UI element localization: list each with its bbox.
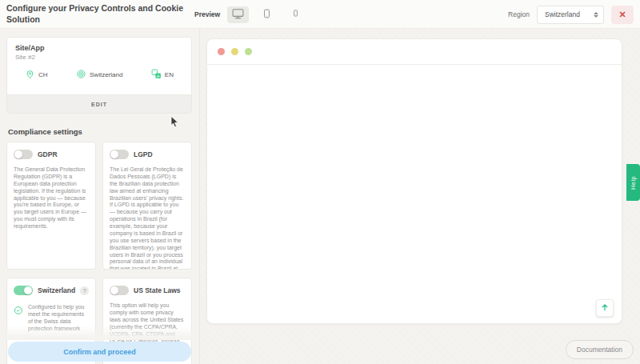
gdpr-card: GDPR The General Data Protection Regulat… <box>6 142 96 270</box>
close-button[interactable]: ✕ <box>611 6 634 24</box>
select-arrows-icon <box>594 12 598 18</box>
lgpd-description: The Lei Geral de Proteção de Dados Pesso… <box>110 166 185 270</box>
lgpd-label: LGPD <box>134 150 153 158</box>
preview-browser-window <box>206 38 622 324</box>
traffic-light-green-icon <box>245 48 252 55</box>
sidebar: Site/App Site #2 CH <box>0 29 200 364</box>
site-language: EN <box>151 69 174 81</box>
edit-button[interactable]: EDIT <box>7 94 191 113</box>
arrow-up-icon <box>600 302 610 314</box>
tablet-icon <box>262 8 272 22</box>
phone-icon <box>291 8 300 21</box>
shield-check-icon <box>14 304 23 318</box>
compliance-cards: GDPR The General Data Protection Regulat… <box>6 142 191 364</box>
switzerland-toggle[interactable] <box>14 286 33 295</box>
translate-icon <box>151 69 162 81</box>
app-window: Configure your Privacy Controls and Cook… <box>0 0 640 364</box>
switzerland-label: Switzerland <box>38 286 75 294</box>
header: Configure your Privacy Controls and Cook… <box>0 0 640 29</box>
location-pin-icon <box>25 69 35 81</box>
preview-label: Preview <box>194 10 220 18</box>
switzerland-feature-configured: Configured to help you meet the requirem… <box>14 303 89 332</box>
region-controls: Region Switzerland ✕ <box>508 0 634 29</box>
gdpr-label: GDPR <box>38 150 58 158</box>
preview-device-switcher: Preview <box>194 0 306 29</box>
us-state-laws-toggle[interactable] <box>110 286 129 295</box>
site-region: Switzerland <box>76 69 122 81</box>
documentation-button[interactable]: Documentation <box>566 340 634 359</box>
scroll-top-button[interactable] <box>596 299 614 317</box>
confirm-button[interactable]: Confirm and proceed <box>8 342 191 362</box>
preview-area: Documentation <box>200 29 640 364</box>
region-select-value: Switzerland <box>545 10 594 18</box>
lgpd-toggle[interactable] <box>110 150 129 159</box>
site-country: CH <box>25 69 48 81</box>
desktop-monitor-icon <box>232 8 244 22</box>
traffic-light-yellow-icon <box>231 48 238 55</box>
traffic-light-red-icon <box>218 48 225 55</box>
region-select[interactable]: Switzerland <box>537 6 604 24</box>
gdpr-description: The General Data Protection Regulation (… <box>14 166 89 230</box>
lgpd-card: LGPD The Lei Geral de Proteção de Dados … <box>102 142 192 270</box>
help-tab[interactable]: Help <box>626 164 640 201</box>
help-question-badge[interactable]: ? <box>80 286 89 295</box>
device-tablet-button[interactable] <box>256 6 278 23</box>
us-state-laws-label: US State Laws <box>134 286 181 294</box>
device-mobile-button[interactable] <box>285 6 306 23</box>
target-icon <box>76 69 86 81</box>
gdpr-toggle[interactable] <box>14 150 33 159</box>
close-icon: ✕ <box>618 10 626 19</box>
region-label: Region <box>508 10 530 18</box>
site-app-card: Site/App Site #2 CH <box>6 37 192 114</box>
sidebar-scroll-area[interactable]: Site/App Site #2 CH <box>0 29 199 364</box>
page-title: Configure your Privacy Controls and Cook… <box>6 2 197 25</box>
compliance-settings-heading: Compliance settings <box>8 127 190 136</box>
site-name: Site #2 <box>15 54 183 61</box>
site-app-title: Site/App <box>15 44 183 52</box>
browser-titlebar <box>207 39 622 65</box>
device-desktop-button[interactable] <box>227 6 249 23</box>
browser-content-empty <box>207 65 622 323</box>
